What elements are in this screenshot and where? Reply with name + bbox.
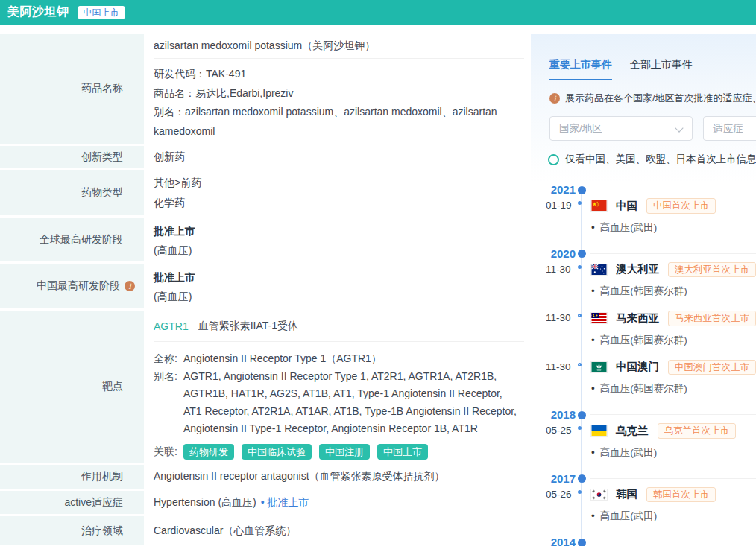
event-indication: 高血压(韩国赛尔群) — [591, 285, 756, 298]
moa-value: Angiotensin II receptor antagonist（血管紧张素… — [154, 465, 526, 489]
row-innovation-type: 创新类型 创新药 — [0, 146, 526, 168]
row-label: 中国最高研发阶段 — [0, 264, 144, 308]
event-date: 05-26 — [546, 489, 577, 500]
event-indication: 高血压(韩国赛尔群) — [591, 382, 756, 396]
assoc-badge-cn-registration[interactable]: 中国注册 — [319, 444, 370, 460]
therapy-area-value: Cardiovascular（心血管系统） — [154, 516, 526, 545]
row-label: 创新类型 — [0, 146, 144, 168]
event-indication: 高血压(韩国赛尔群) — [591, 334, 756, 347]
row-active-indication: active适应症 Hypertension (高血压) 批准上市 — [0, 491, 526, 514]
event-marker-icon — [578, 426, 582, 430]
row-target: 靶点 AGTR1 血管紧张素IIAT-1受体 全称: Angiotensin I… — [0, 311, 526, 463]
year-dot-icon — [578, 186, 586, 194]
assoc-badge-cn-trials[interactable]: 中国临床试验 — [242, 444, 312, 460]
assoc-badge-drug-rd[interactable]: 药物研发 — [183, 444, 234, 460]
first-launch-badge: 澳大利亚首次上市 — [668, 262, 756, 278]
row-label: 全球最高研发阶段 — [0, 218, 144, 261]
target-gene-link[interactable]: AGTR1 — [154, 320, 189, 332]
row-label: 药品名称 — [0, 34, 144, 144]
row-label: active适应症 — [0, 491, 144, 514]
event-country: 乌克兰 — [616, 424, 649, 438]
event-date: 11-30 — [546, 264, 577, 275]
timeline-year-group: 2018 05-25 乌克兰 乌克兰首次上市 高血压(武田) — [531, 408, 756, 460]
global-stage-value: 批准上市 — [154, 221, 526, 241]
row-global-stage: 全球最高研发阶段 批准上市 (高血压) — [0, 218, 526, 261]
event-country: 澳大利亚 — [616, 262, 659, 276]
active-indication-value: Hypertension (高血压) — [154, 496, 256, 510]
trade-names: 商品名：易达比,Edarbi,Ipreziv — [154, 84, 526, 104]
drug-info-table: 药品名称 azilsartan medoxomil potassium（美阿沙坦… — [0, 34, 526, 546]
china-flag-icon — [591, 200, 607, 211]
year-dot-icon — [578, 539, 586, 546]
only-major-markets-toggle[interactable]: 仅看中国、美国、欧盟、日本首次上市信息 — [548, 153, 756, 166]
target-alias-label: 别名: — [154, 368, 183, 438]
launch-events-panel: 重要上市事件 全部上市事件 展示药品在各个国家/地区首次批准的适应症、 国家/地… — [531, 34, 756, 546]
country-region-select[interactable]: 国家/地区 — [549, 116, 693, 141]
event-indication: 高血压(武田) — [591, 446, 756, 460]
event-marker-icon — [578, 363, 582, 366]
timeline-year: 2014 — [531, 536, 576, 546]
target-gene-name: 血管紧张素IIAT-1受体 — [198, 320, 298, 333]
event-country: 中国 — [616, 199, 637, 213]
timeline-year-group: 2020 11-30 澳大利亚 澳大利亚首次上市 高血压(韩国赛尔群) 11-3… — [531, 247, 756, 396]
first-launch-badge: 马来西亚首次上市 — [668, 311, 756, 326]
timeline-year: 2021 — [531, 183, 576, 197]
timeline-year-group: 2021 01-19 中国 中国首次上市 高血压(武田) — [531, 183, 756, 235]
timeline-event: 05-26 韩国 韩国首次上市 高血压(武田) — [531, 487, 756, 524]
event-date: 11-30 — [546, 312, 577, 323]
divider — [590, 253, 756, 254]
timeline-event: 11-30 中国澳门 中国澳门首次上市 高血压(韩国赛尔群) — [531, 360, 756, 396]
rd-code: 研发代码：TAK-491 — [154, 65, 526, 84]
timeline-event: 01-19 中国 中国首次上市 高血压(武田) — [531, 198, 756, 235]
timeline-event: 11-30 马来西亚 马来西亚首次上市 高血压(韩国赛尔群) — [531, 311, 756, 347]
event-country: 马来西亚 — [616, 311, 659, 326]
divider — [590, 414, 756, 415]
event-date: 11-30 — [546, 361, 577, 372]
ukraine-flag-icon — [591, 425, 607, 436]
events-tabs: 重要上市事件 全部上市事件 — [549, 58, 756, 80]
info-icon[interactable] — [125, 281, 135, 291]
china-stage-value: 批准上市 — [154, 267, 526, 287]
event-indication: 高血压(武田) — [591, 221, 756, 235]
first-launch-badge: 中国首次上市 — [646, 198, 716, 214]
south-korea-flag-icon — [591, 489, 607, 500]
row-moa: 作用机制 Angiotensin II receptor antagonist（… — [0, 465, 526, 489]
market-status-badge: 中国上市 — [78, 6, 125, 19]
assoc-badge-cn-launch[interactable]: 中国上市 — [377, 444, 428, 460]
event-date: 05-25 — [546, 425, 577, 436]
drug-primary-name: azilsartan medoxomil potassium（美阿沙坦钾） — [154, 34, 526, 58]
macau-flag-icon — [591, 362, 607, 372]
malaysia-flag-icon — [591, 313, 607, 323]
divider — [590, 542, 756, 542]
row-drug-type: 药物类型 其他>前药 化学药 — [0, 170, 526, 215]
year-dot-icon — [578, 474, 586, 483]
tab-all-launch-events[interactable]: 全部上市事件 — [630, 58, 693, 80]
first-launch-badge: 中国澳门首次上市 — [668, 360, 756, 375]
page-header: 美阿沙坦钾 中国上市 — [0, 0, 756, 25]
approved-launch-link[interactable]: 批准上市 — [256, 496, 309, 510]
first-launch-badge: 韩国首次上市 — [646, 487, 716, 503]
row-therapy-area: 治疗领域 Cardiovascular（心血管系统） — [0, 516, 526, 545]
tab-important-launch-events[interactable]: 重要上市事件 — [549, 58, 612, 80]
event-marker-icon — [578, 201, 582, 205]
event-date: 01-19 — [546, 200, 577, 211]
indication-select[interactable]: 适应症 — [703, 116, 756, 141]
radio-circle-icon[interactable] — [548, 154, 559, 165]
drug-title: 美阿沙坦钾 — [7, 4, 69, 20]
timeline-year: 2017 — [531, 472, 576, 486]
row-label: 药物类型 — [0, 170, 144, 215]
timeline-year: 2020 — [531, 247, 576, 261]
event-marker-icon — [578, 265, 582, 269]
year-dot-icon — [578, 250, 586, 258]
year-dot-icon — [578, 411, 586, 419]
first-launch-badge: 乌克兰首次上市 — [658, 423, 737, 439]
drug-aliases: 别名：azilsartan medoxomil potassium、azilsa… — [154, 103, 526, 141]
event-country: 韩国 — [616, 487, 637, 501]
target-fullname-label: 全称: — [154, 350, 183, 368]
global-stage-scope: (高血压) — [154, 241, 526, 260]
timeline-event: 05-25 乌克兰 乌克兰首次上市 高血压(武田) — [531, 423, 756, 460]
event-filters: 国家/地区 适应症 — [549, 116, 756, 141]
target-alias-value: AGTR1, Angiotensin II Receptor Type 1, A… — [183, 368, 526, 438]
timeline-year-group: 2017 05-26 韩国 韩国首次上市 高血压(武田) — [531, 472, 756, 524]
row-label: 治疗领域 — [0, 516, 144, 545]
